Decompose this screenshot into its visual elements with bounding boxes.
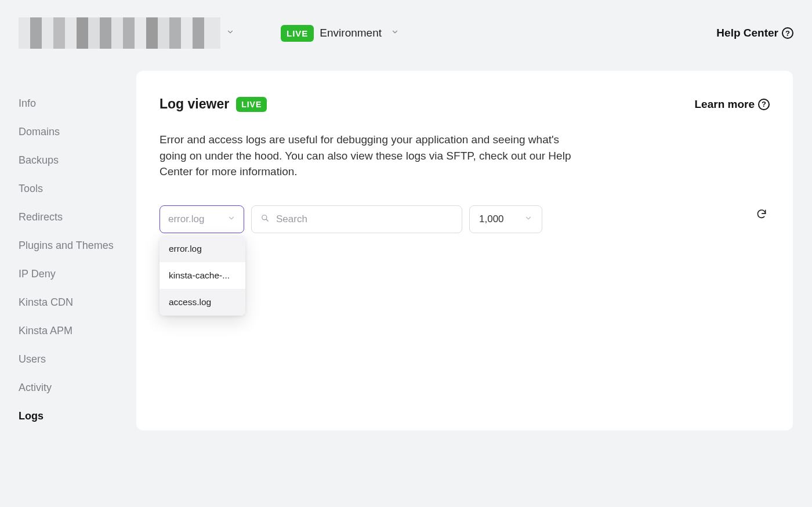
sidebar-item-backups[interactable]: Backups <box>19 146 136 175</box>
search-icon <box>261 214 269 224</box>
environment-label: Environment <box>320 27 382 39</box>
log-file-select[interactable]: error.log error.logkinsta-cache-...acces… <box>160 205 244 233</box>
search-input[interactable] <box>276 213 452 225</box>
chevron-down-icon <box>524 213 532 225</box>
site-selector-placeholder <box>19 17 220 49</box>
line-count-value: 1,000 <box>479 213 504 225</box>
sidebar-item-redirects[interactable]: Redirects <box>19 203 136 231</box>
sidebar-item-kinsta-apm[interactable]: Kinsta APM <box>19 317 136 345</box>
sidebar-item-plugins-themes[interactable]: Plugins and Themes <box>19 231 136 260</box>
chevron-down-icon[interactable] <box>226 28 234 38</box>
sidebar-item-logs[interactable]: Logs <box>19 402 136 430</box>
help-center-link[interactable]: Help Center ? <box>716 27 793 39</box>
chevron-down-icon <box>391 28 399 38</box>
sidebar-item-activity[interactable]: Activity <box>19 374 136 402</box>
sidebar-item-users[interactable]: Users <box>19 345 136 374</box>
environment-selector[interactable]: LIVE Environment <box>281 25 399 42</box>
log-file-dropdown: error.logkinsta-cache-...access.log <box>160 236 245 316</box>
sidebar-item-ip-deny[interactable]: IP Deny <box>19 260 136 288</box>
log-file-option[interactable]: kinsta-cache-... <box>160 262 245 289</box>
log-file-option[interactable]: access.log <box>160 289 245 316</box>
sidebar: InfoDomainsBackupsToolsRedirectsPlugins … <box>0 60 136 430</box>
panel-description: Error and access logs are useful for deb… <box>160 132 589 180</box>
help-icon: ? <box>758 99 770 110</box>
log-viewer-panel: Log viewer LIVE Learn more ? Error and a… <box>136 71 793 430</box>
live-badge: LIVE <box>236 97 267 112</box>
panel-title: Log viewer <box>160 96 229 112</box>
search-input-wrapper[interactable] <box>251 205 462 233</box>
refresh-button[interactable] <box>756 208 770 223</box>
live-badge: LIVE <box>281 25 314 42</box>
log-file-select-value: error.log <box>168 213 204 225</box>
learn-more-label: Learn more <box>695 98 755 111</box>
sidebar-item-tools[interactable]: Tools <box>19 175 136 203</box>
svg-line-1 <box>266 219 269 222</box>
log-file-option[interactable]: error.log <box>160 236 245 262</box>
sidebar-item-domains[interactable]: Domains <box>19 118 136 146</box>
help-center-label: Help Center <box>716 27 778 39</box>
chevron-down-icon <box>227 213 235 225</box>
sidebar-item-info[interactable]: Info <box>19 89 136 118</box>
sidebar-item-kinsta-cdn[interactable]: Kinsta CDN <box>19 288 136 317</box>
learn-more-link[interactable]: Learn more ? <box>695 98 770 111</box>
help-icon: ? <box>782 27 793 39</box>
line-count-select[interactable]: 1,000 <box>469 205 542 233</box>
